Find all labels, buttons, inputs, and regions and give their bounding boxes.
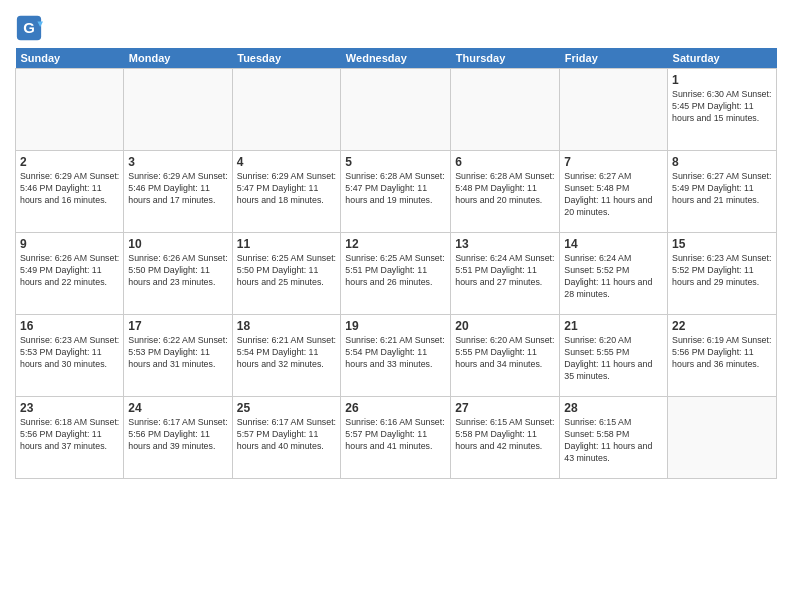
weekday-header-tuesday: Tuesday — [232, 48, 341, 69]
day-number: 14 — [564, 236, 663, 252]
calendar-cell — [451, 69, 560, 151]
calendar-cell: 13Sunrise: 6:24 AM Sunset: 5:51 PM Dayli… — [451, 233, 560, 315]
day-info: Sunrise: 6:15 AM Sunset: 5:58 PM Dayligh… — [564, 417, 663, 465]
day-number: 1 — [672, 72, 772, 88]
calendar-cell: 15Sunrise: 6:23 AM Sunset: 5:52 PM Dayli… — [668, 233, 777, 315]
logo-icon: G — [15, 14, 43, 42]
calendar-cell: 25Sunrise: 6:17 AM Sunset: 5:57 PM Dayli… — [232, 397, 341, 479]
day-info: Sunrise: 6:29 AM Sunset: 5:46 PM Dayligh… — [128, 171, 227, 207]
day-info: Sunrise: 6:29 AM Sunset: 5:46 PM Dayligh… — [20, 171, 119, 207]
day-number: 26 — [345, 400, 446, 416]
calendar-week-1: 1Sunrise: 6:30 AM Sunset: 5:45 PM Daylig… — [16, 69, 777, 151]
day-number: 11 — [237, 236, 337, 252]
day-info: Sunrise: 6:21 AM Sunset: 5:54 PM Dayligh… — [345, 335, 446, 371]
calendar-cell: 21Sunrise: 6:20 AM Sunset: 5:55 PM Dayli… — [560, 315, 668, 397]
calendar-cell: 26Sunrise: 6:16 AM Sunset: 5:57 PM Dayli… — [341, 397, 451, 479]
day-number: 9 — [20, 236, 119, 252]
calendar-cell: 5Sunrise: 6:28 AM Sunset: 5:47 PM Daylig… — [341, 151, 451, 233]
calendar-cell: 9Sunrise: 6:26 AM Sunset: 5:49 PM Daylig… — [16, 233, 124, 315]
day-info: Sunrise: 6:20 AM Sunset: 5:55 PM Dayligh… — [564, 335, 663, 383]
day-number: 19 — [345, 318, 446, 334]
day-info: Sunrise: 6:19 AM Sunset: 5:56 PM Dayligh… — [672, 335, 772, 371]
calendar-cell: 11Sunrise: 6:25 AM Sunset: 5:50 PM Dayli… — [232, 233, 341, 315]
header: G — [15, 10, 777, 42]
day-info: Sunrise: 6:23 AM Sunset: 5:52 PM Dayligh… — [672, 253, 772, 289]
day-number: 25 — [237, 400, 337, 416]
calendar-cell: 4Sunrise: 6:29 AM Sunset: 5:47 PM Daylig… — [232, 151, 341, 233]
calendar-cell: 19Sunrise: 6:21 AM Sunset: 5:54 PM Dayli… — [341, 315, 451, 397]
calendar-cell: 20Sunrise: 6:20 AM Sunset: 5:55 PM Dayli… — [451, 315, 560, 397]
calendar-cell: 2Sunrise: 6:29 AM Sunset: 5:46 PM Daylig… — [16, 151, 124, 233]
calendar-cell: 23Sunrise: 6:18 AM Sunset: 5:56 PM Dayli… — [16, 397, 124, 479]
calendar-week-3: 9Sunrise: 6:26 AM Sunset: 5:49 PM Daylig… — [16, 233, 777, 315]
weekday-header-friday: Friday — [560, 48, 668, 69]
day-info: Sunrise: 6:20 AM Sunset: 5:55 PM Dayligh… — [455, 335, 555, 371]
day-info: Sunrise: 6:28 AM Sunset: 5:48 PM Dayligh… — [455, 171, 555, 207]
calendar-week-4: 16Sunrise: 6:23 AM Sunset: 5:53 PM Dayli… — [16, 315, 777, 397]
svg-text:G: G — [23, 19, 35, 36]
calendar-cell: 17Sunrise: 6:22 AM Sunset: 5:53 PM Dayli… — [124, 315, 232, 397]
calendar-week-2: 2Sunrise: 6:29 AM Sunset: 5:46 PM Daylig… — [16, 151, 777, 233]
day-info: Sunrise: 6:23 AM Sunset: 5:53 PM Dayligh… — [20, 335, 119, 371]
day-number: 28 — [564, 400, 663, 416]
calendar-cell: 8Sunrise: 6:27 AM Sunset: 5:49 PM Daylig… — [668, 151, 777, 233]
day-info: Sunrise: 6:29 AM Sunset: 5:47 PM Dayligh… — [237, 171, 337, 207]
day-info: Sunrise: 6:21 AM Sunset: 5:54 PM Dayligh… — [237, 335, 337, 371]
day-number: 24 — [128, 400, 227, 416]
weekday-header-wednesday: Wednesday — [341, 48, 451, 69]
day-info: Sunrise: 6:24 AM Sunset: 5:52 PM Dayligh… — [564, 253, 663, 301]
day-number: 3 — [128, 154, 227, 170]
calendar-cell: 18Sunrise: 6:21 AM Sunset: 5:54 PM Dayli… — [232, 315, 341, 397]
day-info: Sunrise: 6:17 AM Sunset: 5:57 PM Dayligh… — [237, 417, 337, 453]
calendar-cell — [668, 397, 777, 479]
calendar-cell — [124, 69, 232, 151]
day-number: 13 — [455, 236, 555, 252]
day-number: 2 — [20, 154, 119, 170]
day-info: Sunrise: 6:24 AM Sunset: 5:51 PM Dayligh… — [455, 253, 555, 289]
day-info: Sunrise: 6:18 AM Sunset: 5:56 PM Dayligh… — [20, 417, 119, 453]
day-number: 23 — [20, 400, 119, 416]
day-info: Sunrise: 6:16 AM Sunset: 5:57 PM Dayligh… — [345, 417, 446, 453]
day-number: 20 — [455, 318, 555, 334]
weekday-header-saturday: Saturday — [668, 48, 777, 69]
calendar-cell — [16, 69, 124, 151]
day-number: 15 — [672, 236, 772, 252]
calendar-cell: 6Sunrise: 6:28 AM Sunset: 5:48 PM Daylig… — [451, 151, 560, 233]
calendar-week-5: 23Sunrise: 6:18 AM Sunset: 5:56 PM Dayli… — [16, 397, 777, 479]
weekday-header-thursday: Thursday — [451, 48, 560, 69]
day-info: Sunrise: 6:27 AM Sunset: 5:48 PM Dayligh… — [564, 171, 663, 219]
calendar-cell: 1Sunrise: 6:30 AM Sunset: 5:45 PM Daylig… — [668, 69, 777, 151]
day-number: 6 — [455, 154, 555, 170]
day-number: 27 — [455, 400, 555, 416]
day-number: 16 — [20, 318, 119, 334]
day-number: 8 — [672, 154, 772, 170]
day-number: 10 — [128, 236, 227, 252]
day-number: 7 — [564, 154, 663, 170]
day-info: Sunrise: 6:15 AM Sunset: 5:58 PM Dayligh… — [455, 417, 555, 453]
day-info: Sunrise: 6:26 AM Sunset: 5:50 PM Dayligh… — [128, 253, 227, 289]
calendar-cell: 7Sunrise: 6:27 AM Sunset: 5:48 PM Daylig… — [560, 151, 668, 233]
day-number: 21 — [564, 318, 663, 334]
day-info: Sunrise: 6:25 AM Sunset: 5:50 PM Dayligh… — [237, 253, 337, 289]
calendar-cell: 22Sunrise: 6:19 AM Sunset: 5:56 PM Dayli… — [668, 315, 777, 397]
weekday-header-monday: Monday — [124, 48, 232, 69]
logo: G — [15, 14, 45, 42]
page: G SundayMondayTuesdayWednesdayThursdayFr… — [0, 0, 792, 612]
day-info: Sunrise: 6:28 AM Sunset: 5:47 PM Dayligh… — [345, 171, 446, 207]
day-info: Sunrise: 6:30 AM Sunset: 5:45 PM Dayligh… — [672, 89, 772, 125]
calendar-cell — [341, 69, 451, 151]
weekday-header-sunday: Sunday — [16, 48, 124, 69]
weekday-header-row: SundayMondayTuesdayWednesdayThursdayFrid… — [16, 48, 777, 69]
day-number: 4 — [237, 154, 337, 170]
calendar-cell: 28Sunrise: 6:15 AM Sunset: 5:58 PM Dayli… — [560, 397, 668, 479]
day-info: Sunrise: 6:27 AM Sunset: 5:49 PM Dayligh… — [672, 171, 772, 207]
day-info: Sunrise: 6:26 AM Sunset: 5:49 PM Dayligh… — [20, 253, 119, 289]
calendar-cell: 3Sunrise: 6:29 AM Sunset: 5:46 PM Daylig… — [124, 151, 232, 233]
calendar-cell — [560, 69, 668, 151]
calendar-cell: 24Sunrise: 6:17 AM Sunset: 5:56 PM Dayli… — [124, 397, 232, 479]
day-number: 22 — [672, 318, 772, 334]
day-number: 5 — [345, 154, 446, 170]
calendar-table: SundayMondayTuesdayWednesdayThursdayFrid… — [15, 48, 777, 479]
calendar-cell: 16Sunrise: 6:23 AM Sunset: 5:53 PM Dayli… — [16, 315, 124, 397]
day-number: 12 — [345, 236, 446, 252]
